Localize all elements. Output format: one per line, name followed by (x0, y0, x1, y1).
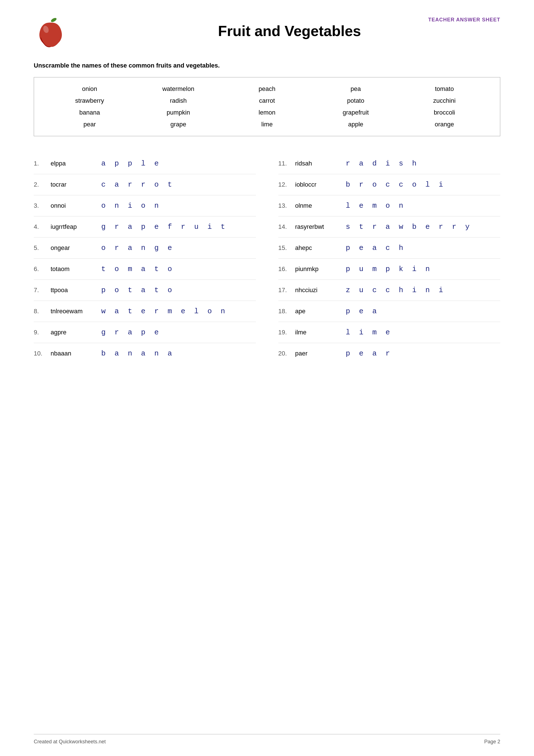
word-bank-item: pear (45, 120, 134, 129)
scrambled-word: tnlreoewam (51, 308, 101, 315)
answer-word: c a r r o t (101, 180, 174, 189)
question-number: 1. (34, 160, 51, 167)
question-row: 20.paerp e a r (278, 343, 500, 364)
answer-word: z u c c h i n i (346, 286, 445, 294)
answer-word: p o t a t o (101, 286, 174, 294)
answer-word: g r a p e f r u i t (101, 223, 227, 231)
scrambled-word: paer (295, 350, 346, 357)
question-number: 18. (278, 308, 295, 315)
question-row: 12.iobloccrb r o c c o l i (278, 174, 500, 195)
word-bank-item: tomato (400, 84, 489, 94)
question-number: 16. (278, 265, 295, 273)
answer-word: s t r a w b e r r y (346, 223, 472, 231)
word-bank-item: pea (311, 84, 400, 94)
footer-right: Page 2 (484, 739, 500, 745)
question-row: 15.ahepcp e a c h (278, 237, 500, 259)
answer-word: o r a n g e (101, 244, 174, 252)
instruction-text: Unscramble the names of these common fru… (34, 62, 500, 69)
word-bank: onionwatermelonpeachpeatomatostrawberryr… (34, 77, 500, 136)
word-bank-item: zucchini (400, 96, 489, 106)
answer-word: t o m a t o (101, 265, 174, 273)
question-row: 13.olnmel e m o n (278, 195, 500, 216)
answer-word: g r a p e (101, 328, 161, 337)
questions-grid: 1.elppaa p p l e2.tocrarc a r r o t3.onn… (34, 153, 500, 364)
question-number: 2. (34, 181, 51, 188)
scrambled-word: elppa (51, 160, 101, 167)
scrambled-word: ape (295, 308, 346, 315)
question-row: 7.ttpooap o t a t o (34, 280, 256, 301)
question-row: 18.apep e a (278, 301, 500, 322)
question-number: 3. (34, 202, 51, 209)
scrambled-word: iugrrtfeap (51, 223, 101, 230)
question-number: 8. (34, 308, 51, 315)
scrambled-word: tocrar (51, 181, 101, 188)
question-row: 4.iugrrtfeapg r a p e f r u i t (34, 216, 256, 237)
question-number: 7. (34, 286, 51, 294)
scrambled-word: agpre (51, 329, 101, 336)
word-bank-item: broccoli (400, 108, 489, 117)
word-bank-item: potato (311, 96, 400, 106)
footer: Created at Quickworksheets.net Page 2 (34, 734, 500, 745)
word-bank-item: grape (134, 120, 222, 129)
question-number: 12. (278, 181, 295, 188)
word-bank-item: pumpkin (134, 108, 222, 117)
question-number: 20. (278, 350, 295, 357)
word-bank-item: strawberry (45, 96, 134, 106)
answer-word: p e a (346, 307, 379, 315)
question-number: 10. (34, 350, 51, 357)
question-row: 11.ridsahr a d i s h (278, 153, 500, 174)
answer-word: b a n a n a (101, 349, 174, 358)
question-row: 2.tocrarc a r r o t (34, 174, 256, 195)
question-number: 15. (278, 244, 295, 252)
question-number: 14. (278, 223, 295, 230)
question-row: 9.agpreg r a p e (34, 322, 256, 343)
scrambled-word: olnme (295, 202, 346, 209)
question-row: 17.nhcciuziz u c c h i n i (278, 280, 500, 301)
question-number: 19. (278, 329, 295, 336)
word-bank-item: orange (400, 120, 489, 129)
word-bank-item: apple (311, 120, 400, 129)
question-number: 17. (278, 286, 295, 294)
question-number: 6. (34, 265, 51, 273)
question-row: 3.onnoio n i o n (34, 195, 256, 216)
question-row: 16.piunmkpp u m p k i n (278, 259, 500, 280)
scrambled-word: onnoi (51, 202, 101, 209)
scrambled-word: ridsah (295, 160, 346, 167)
teacher-answer-label: TEACHER ANSWER SHEET (428, 17, 500, 23)
question-number: 5. (34, 244, 51, 252)
scrambled-word: totaom (51, 265, 101, 273)
answer-word: p e a r (346, 349, 392, 358)
word-bank-item: lime (223, 120, 311, 129)
scrambled-word: ttpooa (51, 286, 101, 294)
question-column: 11.ridsahr a d i s h12.iobloccrb r o c c… (278, 153, 500, 364)
answer-word: w a t e r m e l o n (101, 307, 227, 315)
question-number: 13. (278, 202, 295, 209)
word-bank-item: banana (45, 108, 134, 117)
scrambled-word: ongear (51, 244, 101, 252)
apple-icon (34, 17, 67, 51)
question-number: 9. (34, 329, 51, 336)
word-bank-item: watermelon (134, 84, 222, 94)
scrambled-word: piunmkp (295, 265, 346, 273)
answer-word: l e m o n (346, 202, 405, 210)
scrambled-word: nhcciuzi (295, 286, 346, 294)
scrambled-word: iobloccr (295, 181, 346, 188)
word-bank-item: carrot (223, 96, 311, 106)
answer-word: o n i o n (101, 202, 161, 210)
svg-point-0 (50, 17, 57, 23)
page-title: Fruit and Vegetables (218, 22, 361, 40)
question-row: 8.tnlreoewamw a t e r m e l o n (34, 301, 256, 322)
question-row: 6.totaomt o m a t o (34, 259, 256, 280)
header: Fruit and Vegetables TEACHER ANSWER SHEE… (34, 17, 500, 51)
scrambled-word: nbaaan (51, 350, 101, 357)
footer-left: Created at Quickworksheets.net (34, 739, 106, 745)
word-bank-item: onion (45, 84, 134, 94)
answer-word: a p p l e (101, 159, 161, 168)
word-bank-item: lemon (223, 108, 311, 117)
question-number: 4. (34, 223, 51, 230)
question-row: 1.elppaa p p l e (34, 153, 256, 174)
question-row: 19.ilmel i m e (278, 322, 500, 343)
answer-word: p e a c h (346, 244, 405, 252)
question-column: 1.elppaa p p l e2.tocrarc a r r o t3.onn… (34, 153, 256, 364)
word-bank-item: radish (134, 96, 222, 106)
